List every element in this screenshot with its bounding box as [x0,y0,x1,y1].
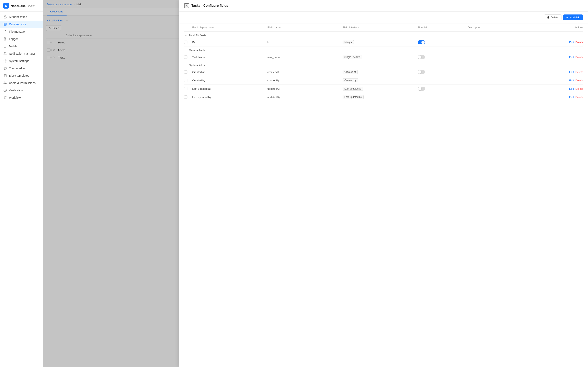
section-label-system: System fields [189,64,205,67]
svg-point-15 [4,98,5,99]
sidebar-item-data-sources[interactable]: Data sources [0,21,43,28]
edit-link-created-by[interactable]: Edit [569,79,574,82]
field-checkbox-task-name[interactable] [184,55,187,59]
field-checkbox-updated-at[interactable] [184,87,187,90]
svg-point-9 [4,68,5,68]
smartphone-icon [3,44,7,48]
layout-icon [3,74,7,77]
delete-link-created-by[interactable]: Delete [575,79,583,82]
field-checkbox-created-by[interactable] [184,79,187,82]
th-interface: Field interface [343,26,418,29]
sidebar-item-file-manager[interactable]: File manager [0,28,43,35]
sidebar-item-workflow[interactable]: Workflow [0,94,43,101]
field-interface-updated-by: Last updated by [343,95,364,99]
sidebar-item-system-settings[interactable]: System settings [0,57,43,65]
field-name-created-by: createdBy [268,79,343,82]
delete-link-updated-by[interactable]: Delete [575,96,583,99]
section-collapse-general[interactable]: − [184,49,187,52]
main-area: Data source manager > Main Collections A… [43,0,588,367]
field-name-task: task_name [268,56,343,59]
field-interface-created-by: Created by [343,78,358,82]
file-text-icon [3,37,7,41]
title-toggle-updated-at[interactable] [418,87,425,91]
th-title-field: Title field [418,26,468,29]
edit-link-updated-at[interactable]: Edit [569,87,574,90]
palette-icon [3,67,7,70]
sidebar-item-authentication[interactable]: Authentication [0,13,43,21]
app-instance: Demo [28,4,35,7]
svg-point-1 [4,23,6,24]
th-actions: Actions [543,26,583,29]
sidebar-item-theme-editor[interactable]: Theme editor [0,65,43,72]
field-display-name-task: Task Name [192,56,268,59]
sidebar-item-block-templates[interactable]: Block templates [0,72,43,79]
field-name-updated-by: updatedBy [268,96,343,99]
sidebar-item-label: Workflow [9,96,21,99]
delete-link-id[interactable]: Delete [575,41,583,44]
field-row-id: ID id Integer Edit Delete [184,38,583,47]
section-label-general: General fields [189,49,205,52]
edit-link-created-at[interactable]: Edit [569,71,574,74]
logo-icon: N [3,3,9,8]
svg-point-14 [6,96,6,97]
title-toggle-id[interactable] [418,40,425,44]
sidebar-nav: Authentication Data sources File manager… [0,12,43,367]
field-name-id: id [268,41,343,44]
svg-point-12 [4,82,5,83]
sidebar-logo: N NocoBase Demo [0,0,43,12]
delete-link-task[interactable]: Delete [575,56,583,59]
th-field-name: Field name [268,26,343,29]
sidebar-item-logger[interactable]: Logger [0,35,43,43]
lock-icon [3,15,7,19]
field-interface-created-at: Created at [343,70,358,74]
field-interface-updated-at: Last updated at [343,87,363,91]
sidebar-item-verification[interactable]: Verification [0,87,43,94]
field-display-name-created-by: Created by [192,79,268,82]
modal-close-button[interactable] [184,3,189,8]
sidebar-item-users-permissions[interactable]: Users & Permissions [0,79,43,87]
field-checkbox-updated-by[interactable] [184,95,187,99]
modal-overlay: Tasks - Configure fields Delete Add fiel… [43,0,588,367]
section-label-pk-fk: PK & FK fields [189,34,206,37]
delete-button[interactable]: Delete [544,15,562,20]
bell-icon [3,52,7,55]
add-field-button[interactable]: Add field [563,15,583,20]
sidebar-item-label: Notification manager [9,52,35,55]
sidebar-item-label: System settings [9,59,29,63]
field-row-created-by: Created by createdBy Created by Edit Del… [184,76,583,85]
edit-link-updated-by[interactable]: Edit [569,96,574,99]
section-collapse-system[interactable]: − [184,63,187,67]
section-collapse-pk-fk[interactable]: − [184,34,187,37]
table-header: Field display name Field name Field inte… [184,24,583,32]
edit-link-id[interactable]: Edit [569,41,574,44]
delete-link-created-at[interactable]: Delete [575,71,583,74]
delete-link-updated-at[interactable]: Delete [575,87,583,90]
edit-link-task[interactable]: Edit [569,56,574,59]
section-system: − System fields [184,61,583,68]
title-toggle-created-at[interactable] [418,70,425,74]
field-interface-task: Single line text [343,55,362,59]
sidebar-item-label: Theme editor [9,67,26,70]
field-display-name-updated-by: Last updated by [192,96,268,99]
field-interface-id: Integer [343,40,354,44]
file-icon [3,30,7,33]
svg-rect-11 [4,75,6,77]
sidebar-item-notification-manager[interactable]: Notification manager [0,50,43,57]
sidebar-item-mobile[interactable]: Mobile [0,43,43,50]
svg-rect-4 [4,45,6,48]
field-row-updated-by: Last updated by updatedBy Last updated b… [184,93,583,101]
sidebar-item-label: Verification [9,89,23,92]
section-pk-fk: − PK & FK fields [184,32,583,38]
sidebar-item-label: Mobile [9,45,17,48]
check-circle-icon [3,89,7,92]
modal-title: Tasks - Configure fields [191,4,583,8]
modal-toolbar: Delete Add field [179,12,588,24]
sidebar-item-label: Authentication [9,15,27,18]
field-checkbox-id[interactable] [184,41,187,44]
title-toggle-task[interactable] [418,55,425,59]
svg-point-6 [5,60,6,61]
field-row-updated-at: Last updated at updatedAt Last updated a… [184,85,583,93]
sidebar-item-label: Data sources [9,23,26,26]
settings-icon [3,59,7,63]
field-checkbox-created-at[interactable] [184,70,187,74]
